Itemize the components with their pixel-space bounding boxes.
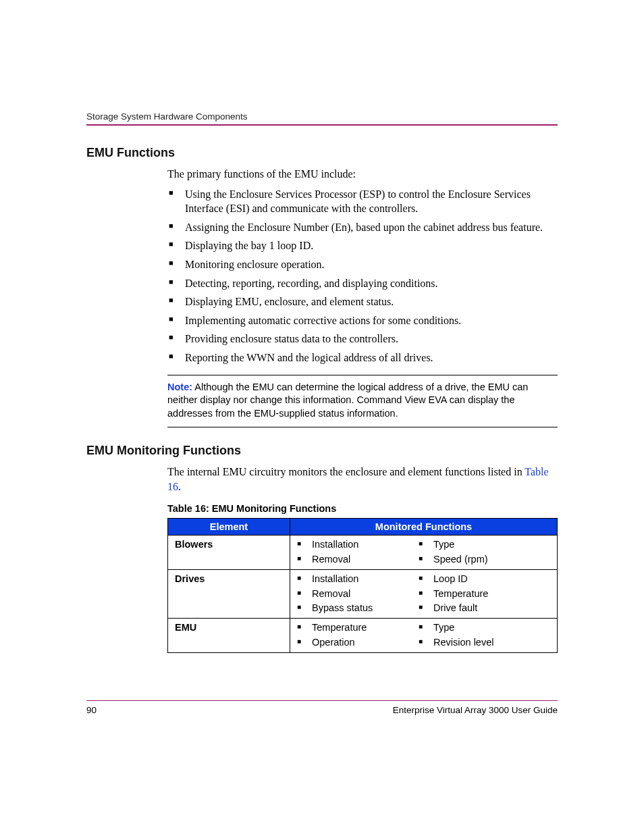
cell-element: Blowers xyxy=(168,536,290,570)
table-caption: Table 16: EMU Monitoring Functions xyxy=(167,503,558,514)
functions-list: Using the Enclosure Services Processor (… xyxy=(167,187,558,365)
cell-functions: Temperature Operation Type Revision leve… xyxy=(290,619,558,653)
list-item: Displaying the bay 1 loop ID. xyxy=(167,238,558,253)
intro-para: The primary functions of the EMU include… xyxy=(167,167,558,182)
page-footer: 90 Enterprise Virtual Array 3000 User Gu… xyxy=(86,700,558,715)
list-item: Reporting the WWN and the logical addres… xyxy=(167,350,558,365)
list-item: Implementing automatic corrective action… xyxy=(167,313,558,328)
section-heading-emu-functions: EMU Functions xyxy=(86,146,558,160)
list-item: Using the Enclosure Services Processor (… xyxy=(167,187,558,216)
list-item: Displaying EMU, enclosure, and element s… xyxy=(167,294,558,309)
cell-element: EMU xyxy=(168,619,290,653)
cell-functions: Installation Removal Bypass status Loop … xyxy=(290,569,558,618)
func-item: Type xyxy=(416,621,537,635)
list-item: Monitoring enclosure operation. xyxy=(167,257,558,272)
page-number: 90 xyxy=(86,705,97,715)
intro-text-pre: The internal EMU circuitry monitors the … xyxy=(167,466,525,477)
func-item: Type xyxy=(416,538,537,552)
func-item: Drive fault xyxy=(416,601,537,616)
func-item: Bypass status xyxy=(294,601,416,616)
func-item: Speed (rpm) xyxy=(416,552,537,567)
list-item: Detecting, reporting, recording, and dis… xyxy=(167,276,558,291)
note-label: Note: xyxy=(167,382,192,392)
func-item: Removal xyxy=(294,587,416,602)
intro-text-post: . xyxy=(178,481,181,492)
intro-monitoring: The internal EMU circuitry monitors the … xyxy=(167,465,558,494)
footer-rule xyxy=(86,700,558,701)
cell-functions: Installation Removal Type Speed (rpm) xyxy=(290,536,558,570)
note-body: Although the EMU can determine the logic… xyxy=(167,382,528,419)
table-header-row: Element Monitored Functions xyxy=(168,519,558,536)
func-item: Removal xyxy=(294,552,416,567)
list-item: Providing enclosure status data to the c… xyxy=(167,332,558,346)
doc-title: Enterprise Virtual Array 3000 User Guide xyxy=(393,705,558,715)
func-item: Installation xyxy=(294,572,416,587)
table-header-monitored: Monitored Functions xyxy=(290,519,558,536)
func-item: Operation xyxy=(294,635,416,650)
func-item: Installation xyxy=(294,538,416,552)
func-item: Temperature xyxy=(416,587,537,602)
table-row: Blowers Installation Removal Type Speed … xyxy=(168,536,558,570)
table-row: EMU Temperature Operation Type Revision … xyxy=(168,619,558,653)
table-row: Drives Installation Removal Bypass statu… xyxy=(168,569,558,618)
func-item: Revision level xyxy=(416,635,537,650)
note-block: Note: Although the EMU can determine the… xyxy=(167,375,558,428)
running-header: Storage System Hardware Components xyxy=(86,111,558,122)
header-rule xyxy=(86,124,558,126)
table-header-element: Element xyxy=(168,519,290,536)
list-item: Assigning the Enclosure Number (En), bas… xyxy=(167,220,558,235)
func-item: Loop ID xyxy=(416,572,537,587)
monitoring-table: Element Monitored Functions Blowers Inst… xyxy=(167,518,558,652)
section-heading-emu-monitoring: EMU Monitoring Functions xyxy=(86,444,558,458)
func-item: Temperature xyxy=(294,621,416,635)
cell-element: Drives xyxy=(168,569,290,618)
